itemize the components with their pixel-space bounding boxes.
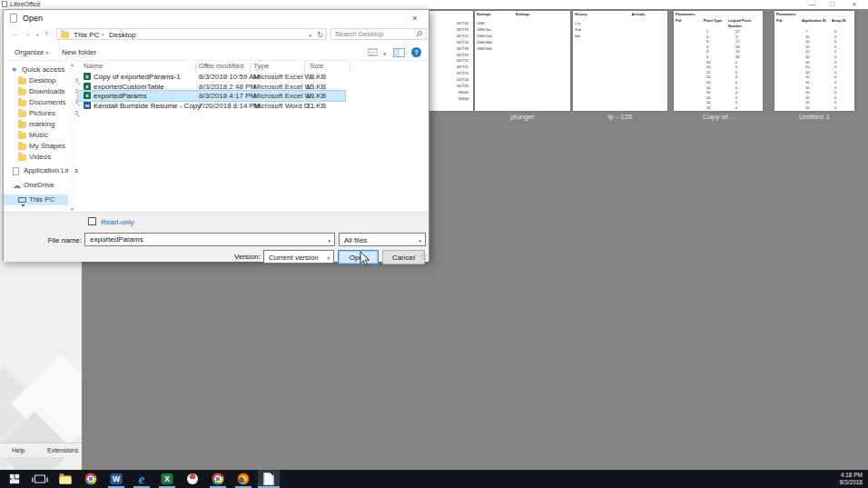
folder-icon [18, 154, 26, 161]
extensions-link[interactable]: Extensions [47, 447, 78, 453]
task-view-button[interactable] [29, 470, 51, 488]
file-row[interactable]: x exportedCustomTable 8/3/2018 2:48 PM M… [78, 82, 345, 92]
file-size: 19 KB [290, 92, 326, 100]
view-dropdown-icon[interactable]: ▾ [383, 51, 386, 56]
star-icon: ★ [11, 66, 19, 74]
folder-icon [61, 32, 69, 38]
window-title: LibreOffice [10, 1, 41, 7]
recent-doc-thumbnail[interactable]: Parameters Pid Application ID Array ID 7… [774, 11, 854, 111]
taskbar-clock[interactable]: 4:18 PM 8/3/2018 [840, 472, 863, 486]
folder-icon [18, 100, 26, 106]
folder-icon [18, 78, 26, 85]
column-divider[interactable] [350, 62, 350, 73]
chrome-button[interactable] [80, 470, 102, 488]
scroll-up-icon[interactable]: ▲ [69, 62, 75, 67]
back-icon[interactable]: ← [11, 29, 19, 38]
word-button[interactable]: W [105, 470, 127, 488]
thumbnail-title: Parameters [676, 12, 695, 17]
search-input[interactable] [333, 29, 413, 39]
file-name: exportedCustomTable [94, 83, 164, 91]
file-type-dropdown[interactable]: All files ▾ [339, 233, 426, 246]
cancel-button[interactable]: Cancel [382, 250, 425, 264]
file-type-value: All files [344, 236, 367, 244]
excel-button[interactable]: X [156, 470, 178, 488]
folder-icon [18, 111, 26, 117]
history-dropdown-icon[interactable]: ▾ [36, 32, 39, 37]
sidebar-item-label: Documents [29, 98, 65, 106]
thumbnail-col-values: 27 2 17 18 19 34 0 0 0 0 0 0 0 0 0 0 0 [735, 29, 739, 111]
thumbnail-caption[interactable]: Untitled 1 [774, 113, 854, 122]
thumbnail-col-header: Pid [776, 18, 782, 24]
excel-file-icon: x [84, 83, 91, 90]
chrome-button-2[interactable] [207, 470, 229, 488]
internet-explorer-button[interactable]: e [131, 470, 153, 488]
help-link[interactable]: Help [12, 447, 25, 453]
thumbnail-caption[interactable]: Copy of... [674, 113, 763, 122]
search-box[interactable] [330, 28, 427, 40]
chevron-down-icon[interactable]: ▾ [328, 238, 330, 244]
thumbnail-header: Arrivals [631, 12, 645, 17]
thumbnail-col-values: 0 0 0 0 0 0 0 0 0 0 0 0 0 0 0 0 [834, 29, 836, 111]
recent-doc-thumbnail[interactable]: Settings Settings 1984 1984 Ver 1984 Des… [475, 11, 570, 111]
folder-icon [18, 89, 26, 95]
thumbnail-caption[interactable]: lp --126 [573, 113, 667, 122]
folder-icon [18, 133, 26, 139]
maximize-button[interactable]: □ [824, 0, 841, 9]
file-row[interactable]: w Kendall Burnside Resume - Copy 7/20/20… [78, 101, 345, 111]
help-icon[interactable]: ? [411, 47, 421, 57]
breadcrumb[interactable]: This PC › Desktop ▾ ↻ [56, 28, 327, 40]
thumbnail-caption[interactable]: plunger [475, 113, 570, 122]
up-icon[interactable]: ↑ [44, 29, 49, 38]
firefox-button[interactable] [232, 470, 254, 488]
app-button[interactable] [182, 470, 203, 488]
minimize-button[interactable]: — [804, 0, 821, 9]
chevron-down-icon[interactable]: ▾ [419, 238, 421, 244]
file-row-selected[interactable]: x exportedParams 8/3/2018 4:17 PM Micros… [78, 91, 345, 101]
dialog-titlebar[interactable]: Open × [4, 10, 429, 26]
excel-icon: X [162, 473, 173, 484]
breadcrumb-this-pc[interactable]: This PC [74, 31, 99, 39]
close-window-button[interactable]: × [846, 0, 863, 9]
sidebar-item-this-pc[interactable]: This PC [4, 194, 68, 205]
address-dropdown-icon[interactable]: ▾ [309, 33, 311, 38]
breadcrumb-desktop[interactable]: Desktop [109, 31, 135, 39]
file-name-combobox[interactable]: ▾ [84, 233, 335, 246]
chevron-down-icon[interactable]: ▾ [327, 255, 330, 261]
file-name-input[interactable] [88, 234, 320, 244]
libreoffice-titlebar: LibreOffice — □ × [0, 0, 868, 9]
new-folder-button[interactable]: New folder [62, 48, 96, 56]
read-only-checkbox[interactable] [88, 217, 96, 225]
open-button[interactable]: Open [338, 250, 379, 264]
view-mode-icon[interactable] [368, 48, 378, 56]
file-row[interactable]: x Copy of exportedParams-1 8/3/2018 10:5… [78, 72, 345, 82]
file-modified: 8/3/2018 4:17 PM [199, 92, 256, 100]
thumbnail-col-values: 7 10 10 10 10 10 10 10 10 10 10 10 10 10… [805, 29, 809, 111]
excel-file-icon: x [84, 92, 91, 99]
version-dropdown[interactable]: Current version ▾ [263, 250, 334, 264]
open-dialog: Open × ← → ▾ ↑ This PC › Desktop ▾ ↻ Org… [3, 9, 429, 261]
preview-pane-icon[interactable] [393, 48, 405, 57]
recent-doc-thumbnail[interactable]: History Arrivals Cur 2nd 3rd [573, 11, 667, 111]
file-explorer-button[interactable] [54, 470, 76, 488]
refresh-icon[interactable]: ↻ [317, 31, 323, 39]
thumbnail-header: History [575, 12, 587, 17]
dialog-close-icon[interactable]: × [409, 13, 421, 24]
start-button[interactable] [4, 470, 25, 488]
file-modified: 8/3/2018 2:48 PM [199, 83, 256, 91]
thumbnail-col-header: Point Type [704, 18, 722, 24]
forward-icon[interactable]: → [24, 29, 32, 38]
organize-button[interactable]: Organize▾ [15, 48, 48, 56]
sidebar-scrollbar[interactable]: ▲ ▼ [69, 62, 75, 212]
mouse-cursor [360, 251, 370, 267]
file-size: 13 KB [290, 83, 326, 91]
sidebar-item-label: marking [29, 120, 54, 128]
resize-grip[interactable] [420, 254, 427, 260]
recent-doc-thumbnail[interactable]: Parameters Pid Point Type Logical Point … [674, 11, 763, 111]
libreoffice-taskbar-button[interactable] [258, 470, 280, 488]
windows-logo-icon [10, 474, 20, 484]
sidebar-item-label: My Shapes [29, 142, 65, 150]
sidebar-item-label: Desktop [29, 76, 55, 85]
firefox-icon [238, 473, 250, 485]
start-center-footer: Help Extensions [0, 443, 82, 457]
file-modified: 8/3/2018 10:59 AM [199, 73, 260, 81]
